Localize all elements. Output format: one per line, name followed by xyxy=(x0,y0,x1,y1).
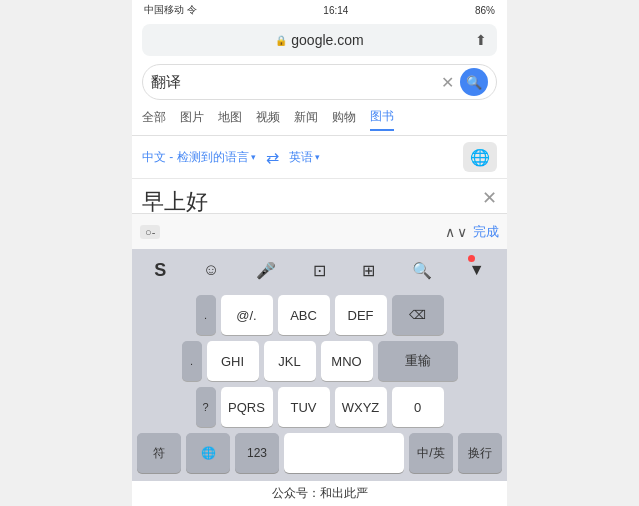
search-icon: 🔍 xyxy=(466,75,482,90)
key-123[interactable]: 123 xyxy=(235,433,279,473)
status-bar: 中国移动 令 16:14 86% xyxy=(132,0,507,20)
source-text: 早上好 xyxy=(142,187,497,213)
language-row: 中文 - 检测到的语言 ▾ ⇄ 英语 ▾ 🌐 xyxy=(132,136,507,179)
kb-toolbar-right: ∧ ∨ 完成 xyxy=(445,223,499,241)
tab-all[interactable]: 全部 xyxy=(142,109,166,130)
translate-button[interactable]: 🌐 xyxy=(463,142,497,172)
source-language-button[interactable]: 中文 - 检测到的语言 ▾ xyxy=(142,149,256,166)
key-backspace[interactable]: ⌫ xyxy=(392,295,444,335)
key-period-1[interactable]: . xyxy=(196,295,216,335)
share-icon[interactable]: ⬆ xyxy=(475,32,487,48)
url-text: google.com xyxy=(291,32,363,48)
search-button[interactable]: 🔍 xyxy=(460,68,488,96)
up-chevron-button[interactable]: ∧ xyxy=(445,224,455,240)
tab-maps[interactable]: 地图 xyxy=(218,109,242,130)
watermark-text: 公众号：和出此严 xyxy=(272,486,368,500)
search-clear-button[interactable]: ✕ xyxy=(441,73,454,92)
key-icon: ○- xyxy=(140,225,160,239)
carrier-text: 中国移动 令 xyxy=(144,3,197,17)
phone-frame: 中国移动 令 16:14 86% 🔒 google.com ⬆ 翻译 ✕ 🔍 全… xyxy=(132,0,507,481)
kb-icon-search[interactable]: 🔍 xyxy=(412,261,432,280)
status-left: 中国移动 令 xyxy=(144,3,197,17)
tab-images[interactable]: 图片 xyxy=(180,109,204,130)
key-ghi[interactable]: GHI xyxy=(207,341,259,381)
key-globe[interactable]: 🌐 xyxy=(186,433,230,473)
translate-icon: 🌐 xyxy=(470,148,490,167)
tab-news[interactable]: 新闻 xyxy=(294,109,318,130)
key-row-2: . GHI JKL MNO 重输 xyxy=(134,341,505,381)
kb-icon-s[interactable]: S xyxy=(154,260,166,281)
target-language-button[interactable]: 英语 ▾ xyxy=(289,149,320,166)
kb-bottom-row: 符 🌐 123 中/英 换行 xyxy=(134,433,505,477)
swap-languages-button[interactable]: ⇄ xyxy=(266,148,279,167)
kb-icon-grid[interactable]: ⊞ xyxy=(362,261,375,280)
key-return[interactable]: 换行 xyxy=(458,433,502,473)
key-question[interactable]: ? xyxy=(196,387,216,427)
key-lang-switch[interactable]: 中/英 xyxy=(409,433,453,473)
key-period-2[interactable]: . xyxy=(182,341,202,381)
kb-toolbar-left: ○- xyxy=(140,225,160,239)
battery-text: 86% xyxy=(475,5,495,16)
watermark: 公众号：和出此严 xyxy=(132,481,507,506)
address-bar[interactable]: 🔒 google.com ⬆ xyxy=(142,24,497,56)
key-mno[interactable]: MNO xyxy=(321,341,373,381)
key-space[interactable] xyxy=(284,433,404,473)
translate-panel: 中文 - 检测到的语言 ▾ ⇄ 英语 ▾ 🌐 早上好 Zǎoshang hǎo … xyxy=(132,136,507,213)
search-bar[interactable]: 翻译 ✕ 🔍 xyxy=(142,64,497,100)
done-button[interactable]: 完成 xyxy=(473,223,499,241)
kb-icon-emoji[interactable]: ☺ xyxy=(203,261,219,279)
source-lang-text: 中文 - 检测到的语言 xyxy=(142,149,249,166)
status-time: 16:14 xyxy=(323,5,348,16)
kb-icon-down[interactable]: ▼ xyxy=(469,261,485,279)
key-abc[interactable]: ABC xyxy=(278,295,330,335)
kb-icon-mic[interactable]: 🎤 xyxy=(256,261,276,280)
key-jkl[interactable]: JKL xyxy=(264,341,316,381)
search-query: 翻译 xyxy=(151,73,441,92)
lock-icon: 🔒 xyxy=(275,35,287,46)
source-lang-chevron: ▾ xyxy=(251,152,256,162)
keyboard-icon-row: S ☺ 🎤 ⊡ ⊞ 🔍 ▼ xyxy=(132,249,507,291)
tab-books[interactable]: 图书 xyxy=(370,108,394,131)
key-row-1: . @/. ABC DEF ⌫ xyxy=(134,295,505,335)
keyboard: . @/. ABC DEF ⌫ . GHI JKL MNO 重输 ? PQRS … xyxy=(132,291,507,481)
key-wxyz[interactable]: WXYZ xyxy=(335,387,387,427)
keyboard-toolbar: ○- ∧ ∨ 完成 xyxy=(132,213,507,249)
source-area: 早上好 Zǎoshang hǎo ✕ 🔊 xyxy=(132,179,507,213)
key-at[interactable]: @/. xyxy=(221,295,273,335)
key-row-3: ? PQRS TUV WXYZ 0 xyxy=(134,387,505,427)
key-tuv[interactable]: TUV xyxy=(278,387,330,427)
status-right: 86% xyxy=(475,5,495,16)
nav-tabs: 全部 图片 地图 视频 新闻 购物 图书 xyxy=(132,104,507,136)
key-special-chars[interactable]: 符 xyxy=(137,433,181,473)
source-clear-button[interactable]: ✕ xyxy=(482,187,497,209)
notification-dot xyxy=(468,255,475,262)
key-def[interactable]: DEF xyxy=(335,295,387,335)
tab-video[interactable]: 视频 xyxy=(256,109,280,130)
kb-chevrons: ∧ ∨ xyxy=(445,224,467,240)
tab-shopping[interactable]: 购物 xyxy=(332,109,356,130)
key-reset[interactable]: 重输 xyxy=(378,341,458,381)
key-pqrs[interactable]: PQRS xyxy=(221,387,273,427)
target-lang-chevron: ▾ xyxy=(315,152,320,162)
down-chevron-button[interactable]: ∨ xyxy=(457,224,467,240)
key-zero[interactable]: 0 xyxy=(392,387,444,427)
kb-icon-clipboard[interactable]: ⊡ xyxy=(313,261,326,280)
target-lang-text: 英语 xyxy=(289,149,313,166)
